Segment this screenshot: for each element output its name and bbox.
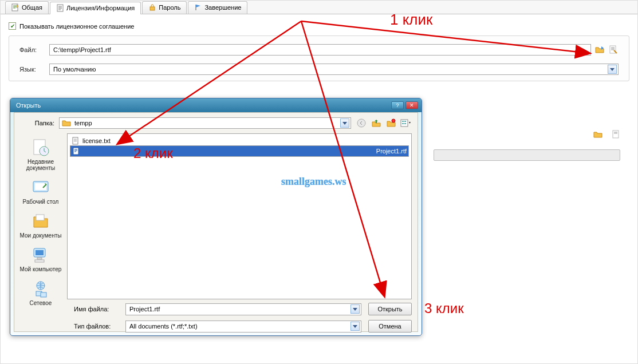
place-documents[interactable]: Мои документы xyxy=(20,212,62,239)
places-bar: Недавние документы Рабочий стол Мои доку… xyxy=(14,133,67,299)
new-folder-button[interactable] xyxy=(385,117,397,129)
filetype-label: Тип файлов: xyxy=(74,323,119,330)
filename-input[interactable]: Project1.rtf xyxy=(125,303,361,315)
place-label: Мой компьютер xyxy=(20,266,62,272)
documents-icon xyxy=(31,212,50,231)
open-file-dialog: Открыть ? ✕ Папка: tempp xyxy=(10,98,422,336)
filetype-select[interactable]: All documents (*.rtf;*.txt) xyxy=(125,321,361,333)
file-label: Файл: xyxy=(19,46,49,53)
rtf-file-icon xyxy=(72,147,80,155)
close-button[interactable]: ✕ xyxy=(405,101,418,109)
folder-icon xyxy=(62,119,71,127)
browse-file-button[interactable] xyxy=(594,45,605,55)
show-license-label: Показывать лицензионное соглашение xyxy=(19,23,134,30)
text-file-icon xyxy=(72,137,80,145)
chevron-down-icon xyxy=(350,322,360,331)
svg-rect-4 xyxy=(613,130,619,138)
network-icon xyxy=(31,279,50,299)
language-label: Язык: xyxy=(19,66,49,73)
flag-icon xyxy=(194,3,202,11)
annotation-3: 3 клик xyxy=(424,300,464,316)
filetype-value: All documents (*.rtf;*.txt) xyxy=(129,323,198,330)
file-list[interactable]: license.txt Project1.rtf xyxy=(67,133,412,299)
svg-rect-16 xyxy=(36,215,44,220)
edit-file-button-2[interactable] xyxy=(611,129,621,140)
svg-rect-2 xyxy=(150,7,155,10)
svg-rect-18 xyxy=(36,250,44,255)
tab-label: Общая xyxy=(22,4,42,11)
up-folder-button[interactable] xyxy=(371,117,382,129)
filename-value: Project1.rtf xyxy=(129,306,160,312)
file-name: Project1.rtf xyxy=(376,148,407,155)
svg-rect-1 xyxy=(57,5,63,11)
dialog-titlebar[interactable]: Открыть ? ✕ xyxy=(10,98,422,112)
place-computer[interactable]: Мой компьютер xyxy=(20,246,62,272)
place-label: Недавние документы xyxy=(15,159,66,171)
chevron-down-icon xyxy=(340,118,349,128)
help-button[interactable]: ? xyxy=(391,101,404,109)
svg-rect-19 xyxy=(37,258,42,259)
place-label: Сетевое xyxy=(30,300,52,306)
tab-finish[interactable]: Завершение xyxy=(188,1,247,14)
dialog-title: Открыть xyxy=(16,102,41,109)
language-select[interactable]: По умолчанию xyxy=(49,64,619,75)
edit-icon xyxy=(11,3,19,11)
cancel-button[interactable]: Отмена xyxy=(368,320,412,333)
folder-label: Папка: xyxy=(20,120,54,126)
place-recent[interactable]: Недавние документы xyxy=(15,138,66,171)
file-item[interactable]: Project1.rtf xyxy=(70,145,409,157)
svg-rect-8 xyxy=(402,121,404,122)
place-desktop[interactable]: Рабочий стол xyxy=(23,178,59,205)
file-path-input[interactable] xyxy=(49,44,591,56)
license-icon xyxy=(56,4,64,12)
computer-icon xyxy=(31,246,50,265)
svg-rect-25 xyxy=(73,148,78,155)
svg-rect-20 xyxy=(35,260,44,262)
tab-general[interactable]: Общая xyxy=(5,1,49,14)
place-label: Мои документы xyxy=(20,232,62,239)
chevron-down-icon xyxy=(350,304,360,314)
tab-password[interactable]: Пароль xyxy=(142,1,187,14)
place-network[interactable]: Сетевое xyxy=(30,279,52,306)
show-license-checkbox[interactable]: ✔ xyxy=(9,22,16,30)
license-panel: Файл: Язык: По умолчанию xyxy=(9,35,629,81)
tab-license[interactable]: Лицензия/Информация xyxy=(50,2,141,14)
place-label: Рабочий стол xyxy=(23,199,59,205)
svg-rect-10 xyxy=(404,121,406,122)
svg-point-6 xyxy=(392,119,395,122)
tab-label: Лицензия/Информация xyxy=(66,5,135,11)
svg-point-5 xyxy=(357,119,365,127)
folder-select[interactable]: tempp xyxy=(59,117,351,129)
back-button[interactable] xyxy=(356,117,367,129)
tab-label: Завершение xyxy=(204,4,241,11)
chevron-down-icon xyxy=(608,65,617,74)
svg-rect-24 xyxy=(73,137,78,144)
folder-value: tempp xyxy=(74,120,337,126)
filename-label: Имя файла: xyxy=(74,306,119,312)
view-menu-button[interactable] xyxy=(400,117,412,129)
svg-rect-23 xyxy=(41,292,46,297)
svg-rect-11 xyxy=(404,123,406,124)
desktop-icon xyxy=(31,178,50,197)
edit-file-button[interactable] xyxy=(608,45,619,55)
browse-file-button-2[interactable] xyxy=(593,129,603,140)
file-name: license.txt xyxy=(82,137,111,144)
recent-icon xyxy=(31,138,50,157)
tab-label: Пароль xyxy=(159,4,180,11)
language-value: По умолчанию xyxy=(53,66,96,73)
lock-icon xyxy=(148,3,156,11)
open-button[interactable]: Открыть xyxy=(368,303,412,315)
file-item[interactable]: license.txt xyxy=(70,136,409,145)
svg-rect-9 xyxy=(402,123,404,124)
tab-strip: Общая Лицензия/Информация Пароль Заверше… xyxy=(1,1,637,14)
readonly-field xyxy=(434,149,620,161)
